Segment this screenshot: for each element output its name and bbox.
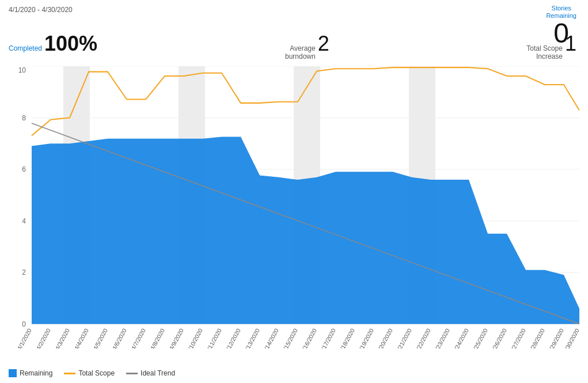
svg-text:8: 8 (22, 113, 26, 122)
svg-text:6: 6 (22, 165, 26, 173)
chart-legend: Remaining Total Scope Ideal Trend (9, 369, 175, 377)
svg-text:4/12/2020: 4/12/2020 (223, 327, 242, 348)
svg-text:4/11/2020: 4/11/2020 (204, 327, 223, 348)
svg-text:4/25/2020: 4/25/2020 (471, 327, 489, 348)
completed-value: 100% (44, 32, 97, 56)
avg-burndown-label: Average burndown (285, 44, 316, 60)
svg-text:4/26/2020: 4/26/2020 (490, 327, 508, 348)
svg-text:4/30/2020: 4/30/2020 (562, 327, 579, 348)
svg-text:4/2/2020: 4/2/2020 (35, 327, 52, 348)
svg-text:4/24/2020: 4/24/2020 (452, 327, 470, 348)
legend-ideal-trend-label: Ideal Trend (141, 369, 175, 377)
svg-text:4/4/2020: 4/4/2020 (73, 327, 90, 348)
svg-text:4/10/2020: 4/10/2020 (185, 327, 204, 348)
total-scope-value: 1 (565, 32, 576, 56)
svg-text:4/23/2020: 4/23/2020 (433, 327, 451, 348)
svg-text:4/19/2020: 4/19/2020 (356, 327, 375, 348)
svg-text:4/16/2020: 4/16/2020 (299, 327, 318, 348)
total-scope-label: Total Scope Increase (526, 44, 563, 60)
svg-text:4/14/2020: 4/14/2020 (261, 327, 280, 348)
legend-remaining-label: Remaining (20, 369, 52, 377)
svg-text:4/29/2020: 4/29/2020 (547, 327, 565, 348)
svg-text:10: 10 (18, 66, 26, 74)
burndown-chart: 0 2 4 6 8 10 4/1/2020 (9, 66, 579, 348)
svg-text:4/6/2020: 4/6/2020 (111, 327, 128, 348)
main-container: 4/1/2020 - 4/30/2020 Stories Remaining 0… (0, 0, 588, 383)
svg-text:4/17/2020: 4/17/2020 (318, 327, 337, 348)
stats-row: Completed 100% Average burndown 2 Total … (9, 32, 576, 56)
legend-total-scope-line (64, 373, 75, 374)
total-scope-stat: Total Scope Increase 1 (526, 32, 576, 60)
date-range: 4/1/2020 - 4/30/2020 (9, 6, 73, 14)
svg-text:4/20/2020: 4/20/2020 (375, 327, 394, 348)
svg-text:0: 0 (22, 320, 26, 328)
avg-burndown-value: 2 (318, 32, 329, 56)
completed-stat: Completed 100% (9, 32, 97, 56)
completed-label: Completed (9, 44, 42, 52)
svg-text:4/18/2020: 4/18/2020 (337, 327, 356, 348)
chart-area: 0 2 4 6 8 10 4/1/2020 (9, 66, 579, 348)
svg-text:4/15/2020: 4/15/2020 (280, 327, 299, 348)
svg-text:4/22/2020: 4/22/2020 (414, 327, 432, 348)
svg-text:4: 4 (22, 217, 26, 225)
svg-text:4/9/2020: 4/9/2020 (168, 327, 185, 348)
svg-text:4/13/2020: 4/13/2020 (242, 327, 261, 348)
svg-text:4/1/2020: 4/1/2020 (16, 327, 33, 348)
legend-total-scope-label: Total Scope (78, 369, 115, 377)
legend-ideal-trend-line (126, 373, 138, 374)
svg-text:4/3/2020: 4/3/2020 (54, 327, 71, 348)
svg-text:2: 2 (22, 268, 26, 276)
legend-total-scope: Total Scope (64, 369, 115, 377)
svg-text:4/27/2020: 4/27/2020 (509, 327, 527, 348)
legend-ideal-trend: Ideal Trend (126, 369, 175, 377)
svg-text:4/21/2020: 4/21/2020 (394, 327, 413, 348)
avg-burndown-stat: Average burndown 2 (285, 32, 329, 60)
svg-text:4/28/2020: 4/28/2020 (528, 327, 546, 348)
svg-text:4/8/2020: 4/8/2020 (149, 327, 166, 348)
svg-text:4/7/2020: 4/7/2020 (130, 327, 147, 348)
legend-remaining-box (9, 369, 17, 377)
svg-text:4/5/2020: 4/5/2020 (92, 327, 109, 348)
legend-remaining: Remaining (9, 369, 52, 377)
